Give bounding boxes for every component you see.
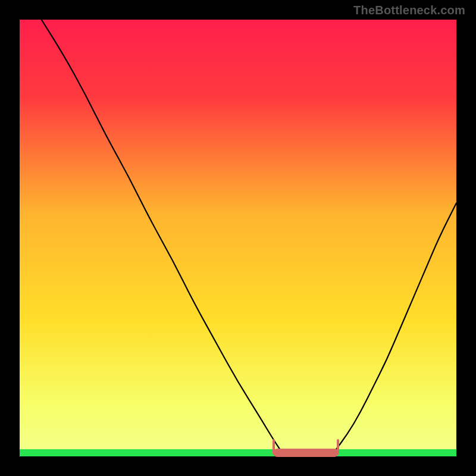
watermark-text: TheBottleneck.com: [353, 4, 465, 17]
optimal-range-tick-right: [337, 439, 339, 455]
chart-stage: TheBottleneck.com: [0, 0, 476, 476]
bottleneck-curve-plot: [0, 0, 476, 476]
optimal-range-marker: [273, 449, 339, 457]
optimal-range-tick-left: [273, 439, 275, 455]
gradient-panel: [20, 20, 456, 449]
green-floor-bar: [20, 449, 456, 456]
